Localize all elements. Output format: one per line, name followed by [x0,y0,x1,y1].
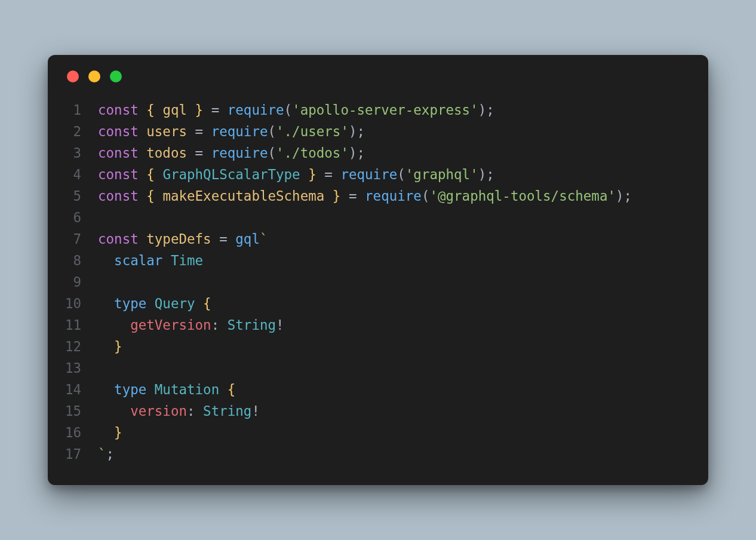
line-content [98,357,692,379]
code-line: 6 [64,207,692,228]
line-number: 2 [64,121,98,142]
line-content [98,271,692,293]
line-content: const typeDefs = gql` [98,228,692,250]
line-content: } [98,336,692,357]
line-content: type Query { [98,293,692,314]
line-content: const users = require('./users'); [98,121,692,142]
line-content: scalar Time [98,250,692,271]
line-number: 6 [64,207,98,228]
code-line: 10 type Query { [64,293,692,314]
line-content: const { makeExecutableSchema } = require… [98,185,692,207]
code-line: 7const typeDefs = gql` [64,228,692,250]
line-number: 17 [64,443,98,465]
line-content: version: String! [98,400,692,422]
code-line: 4const { GraphQLScalarType } = require('… [64,164,692,185]
line-content: type Mutation { [98,379,692,400]
code-line: 16 } [64,422,692,443]
line-content [98,207,692,228]
line-number: 4 [64,164,98,185]
line-number: 8 [64,250,98,271]
code-line: 3const todos = require('./todos'); [64,142,692,164]
code-line: 11 getVersion: String! [64,314,692,336]
code-window: 1const { gql } = require('apollo-server-… [48,55,708,485]
code-line: 2const users = require('./users'); [64,121,692,142]
code-line: 9 [64,271,692,293]
code-editor[interactable]: 1const { gql } = require('apollo-server-… [64,99,692,465]
code-line: 13 [64,357,692,379]
line-number: 1 [64,99,98,121]
code-line: 14 type Mutation { [64,379,692,400]
code-line: 1const { gql } = require('apollo-server-… [64,99,692,121]
window-controls [67,70,692,82]
line-number: 12 [64,336,98,357]
line-number: 14 [64,379,98,400]
line-number: 3 [64,142,98,164]
zoom-icon[interactable] [110,70,122,82]
code-line: 12 } [64,336,692,357]
line-content: } [98,422,692,443]
minimize-icon[interactable] [88,70,100,82]
line-number: 16 [64,422,98,443]
close-icon[interactable] [67,70,79,82]
line-content: getVersion: String! [98,314,692,336]
code-line: 17`; [64,443,692,465]
line-content: const { GraphQLScalarType } = require('g… [98,164,692,185]
line-number: 10 [64,293,98,314]
line-number: 5 [64,185,98,207]
code-line: 15 version: String! [64,400,692,422]
code-line: 8 scalar Time [64,250,692,271]
code-line: 5const { makeExecutableSchema } = requir… [64,185,692,207]
line-content: const todos = require('./todos'); [98,142,692,164]
line-number: 9 [64,271,98,293]
line-number: 11 [64,314,98,336]
line-number: 7 [64,228,98,250]
line-number: 15 [64,400,98,422]
line-content: const { gql } = require('apollo-server-e… [98,99,692,121]
line-number: 13 [64,357,98,379]
line-content: `; [98,443,692,465]
